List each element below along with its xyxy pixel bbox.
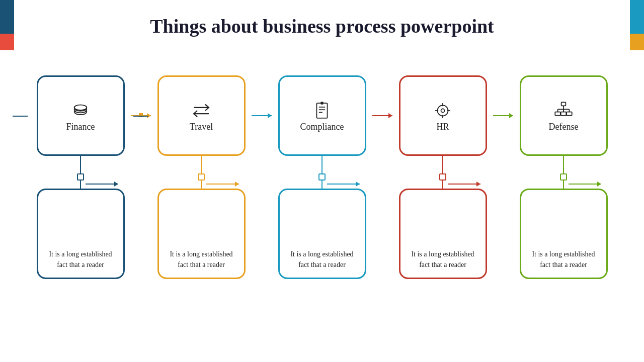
card-finance: Finance bbox=[28, 75, 133, 156]
defense-bottom-section: It is a long established fact that a rea… bbox=[511, 156, 616, 279]
travel-text: It is a long established fact that a rea… bbox=[165, 249, 238, 270]
top-card-finance: Finance bbox=[37, 75, 125, 156]
card-compliance: Compliance bbox=[269, 75, 375, 156]
finance-bottom-section: It is a long established fact that a rea… bbox=[28, 156, 133, 279]
hierarchy-icon bbox=[552, 100, 575, 122]
corner-right-decoration bbox=[630, 0, 644, 50]
top-card-hr: HR bbox=[399, 75, 487, 156]
connector-3-4 bbox=[372, 115, 392, 116]
card-travel: Travel bbox=[148, 75, 254, 156]
h-arrow-travel bbox=[206, 184, 239, 185]
document-icon bbox=[311, 100, 333, 122]
h-arrow-defense bbox=[569, 184, 601, 185]
hr-label: HR bbox=[436, 122, 449, 132]
svg-point-9 bbox=[441, 109, 444, 112]
top-card-compliance: Compliance bbox=[278, 75, 366, 156]
svg-rect-14 bbox=[561, 102, 566, 106]
connector-4-5 bbox=[493, 115, 513, 116]
v-line2-finance bbox=[80, 180, 81, 189]
bottom-card-travel: It is a long established fact that a rea… bbox=[157, 189, 246, 279]
svg-point-8 bbox=[437, 105, 448, 116]
coins-icon bbox=[69, 100, 92, 122]
svg-point-0 bbox=[74, 105, 87, 110]
bottom-card-hr: It is a long established fact that a rea… bbox=[399, 189, 487, 279]
svg-rect-22 bbox=[567, 112, 572, 115]
travel-bottom-section: It is a long established fact that a rea… bbox=[148, 156, 254, 279]
top-card-travel: Travel bbox=[157, 75, 246, 156]
compliance-text: It is a long established fact that a rea… bbox=[286, 249, 359, 270]
defense-text: It is a long established fact that a rea… bbox=[527, 249, 600, 270]
page-title: Things about business process powerpoint bbox=[0, 0, 644, 37]
arrows-icon bbox=[190, 100, 212, 122]
finance-text: It is a long established fact that a rea… bbox=[44, 249, 117, 270]
connector-2-3 bbox=[252, 115, 272, 116]
finance-label: Finance bbox=[66, 122, 95, 132]
node-finance bbox=[77, 173, 84, 180]
hr-bottom-section: It is a long established fact that a rea… bbox=[390, 156, 496, 279]
card-defense: Defense bbox=[511, 75, 616, 156]
svg-rect-20 bbox=[555, 112, 560, 115]
top-card-defense: Defense bbox=[520, 75, 608, 156]
svg-rect-21 bbox=[561, 112, 567, 115]
crosshair-icon bbox=[432, 100, 454, 122]
hr-text: It is a long established fact that a rea… bbox=[407, 249, 479, 270]
bottom-card-defense: It is a long established fact that a rea… bbox=[520, 189, 608, 279]
bottom-card-finance: It is a long established fact that a rea… bbox=[37, 189, 125, 279]
defense-label: Defense bbox=[549, 122, 579, 132]
compliance-bottom-section: It is a long established fact that a rea… bbox=[269, 156, 375, 279]
h-arrow-compliance bbox=[327, 184, 360, 185]
travel-label: Travel bbox=[190, 122, 213, 132]
v-line-finance bbox=[80, 156, 81, 173]
bottom-card-compliance: It is a long established fact that a rea… bbox=[278, 189, 366, 279]
left-line-finance bbox=[13, 116, 28, 117]
svg-rect-7 bbox=[320, 102, 323, 104]
card-hr: HR bbox=[390, 75, 496, 156]
right-line-finance bbox=[133, 116, 148, 117]
h-arrow-hr bbox=[448, 184, 480, 185]
svg-rect-3 bbox=[316, 103, 327, 118]
compliance-label: Compliance bbox=[300, 122, 344, 132]
corner-left-decoration bbox=[0, 0, 14, 50]
h-arrow-finance bbox=[86, 184, 118, 185]
